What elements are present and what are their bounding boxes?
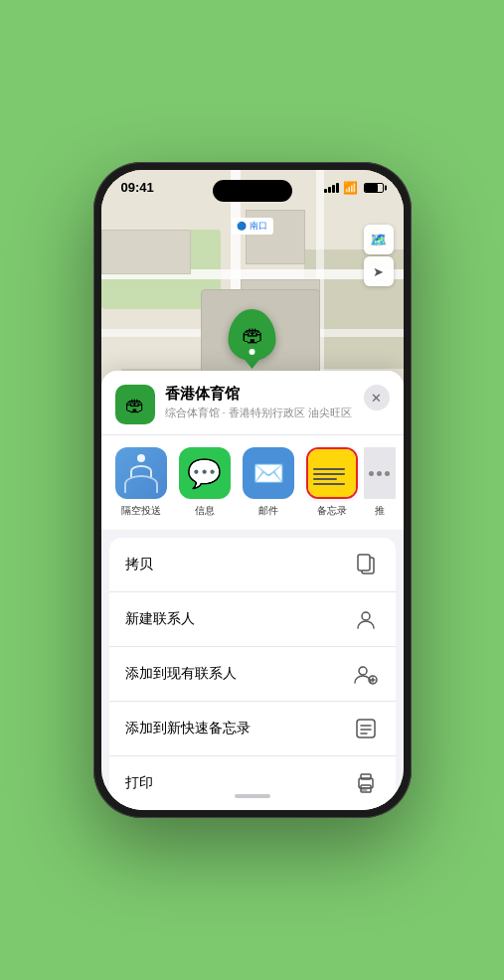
action-list: 拷贝 新建联系人 [109, 538, 396, 810]
notes-icon-box-selected [306, 447, 358, 499]
map-label: 🔵 南口 [231, 218, 272, 235]
mail-icon-box: ✉️ [243, 447, 294, 499]
share-more[interactable]: 推 [364, 447, 396, 518]
map-type-button[interactable]: 🗺️ [364, 225, 394, 254]
phone-frame: 09:41 📶 [93, 162, 412, 818]
notes-icon-inner [308, 449, 356, 497]
notes-line-4 [313, 483, 345, 485]
phone-screen: 09:41 📶 [101, 170, 404, 810]
bottom-sheet: 🏟 香港体育馆 综合体育馆 · 香港特别行政区 油尖旺区 ✕ [101, 371, 404, 810]
messages-icon: 💬 [187, 457, 222, 490]
venue-icon: 🏟 [115, 385, 155, 424]
notes-label: 备忘录 [317, 504, 347, 518]
messages-icon-box: 💬 [179, 447, 231, 499]
battery-icon [364, 183, 384, 193]
marker-dot [250, 349, 255, 355]
add-existing-label: 添加到现有联系人 [125, 665, 237, 683]
stadium-icon: 🏟 [242, 322, 263, 348]
svg-rect-1 [358, 555, 370, 571]
location-button[interactable]: ➤ [364, 256, 394, 286]
map-type-icon: 🗺️ [370, 232, 387, 247]
status-time: 09:41 [121, 180, 154, 195]
action-copy[interactable]: 拷贝 [109, 538, 396, 592]
action-add-notes[interactable]: 添加到新快速备忘录 [109, 702, 396, 756]
share-messages[interactable]: 💬 信息 [173, 447, 237, 518]
share-notes[interactable]: 备忘录 [300, 447, 364, 518]
share-icons-row: 隔空投送 💬 信息 ✉️ 邮件 [101, 434, 404, 530]
venue-info: 香港体育馆 综合体育馆 · 香港特别行政区 油尖旺区 [165, 385, 364, 420]
airdrop-icon-box [115, 447, 167, 499]
notes-line-1 [313, 468, 345, 470]
venue-header: 🏟 香港体育馆 综合体育馆 · 香港特别行政区 油尖旺区 ✕ [101, 371, 404, 434]
marker-pin: 🏟 [229, 309, 276, 361]
more-icon-box [364, 447, 396, 499]
wifi-icon: 📶 [343, 181, 358, 195]
close-button[interactable]: ✕ [364, 385, 390, 410]
add-notes-icon [352, 715, 380, 742]
svg-rect-12 [361, 774, 371, 779]
messages-label: 信息 [195, 504, 215, 518]
svg-rect-7 [357, 720, 375, 737]
add-notes-label: 添加到新快速备忘录 [125, 720, 251, 737]
copy-icon [352, 551, 380, 578]
location-arrow-icon: ➤ [373, 264, 384, 279]
add-existing-icon [352, 660, 380, 688]
share-mail[interactable]: ✉️ 邮件 [237, 447, 300, 518]
signal-icon [324, 183, 339, 193]
venue-subtitle: 综合体育馆 · 香港特别行政区 油尖旺区 [165, 406, 364, 420]
action-print[interactable]: 打印 [109, 756, 396, 810]
new-contact-icon [352, 605, 380, 633]
new-contact-label: 新建联系人 [125, 610, 195, 628]
airdrop-waves-icon [124, 454, 158, 493]
mail-label: 邮件 [258, 504, 278, 518]
svg-point-3 [359, 667, 367, 675]
notes-line-3 [313, 478, 337, 480]
status-icons: 📶 [324, 181, 384, 195]
share-airdrop[interactable]: 隔空投送 [109, 447, 173, 518]
print-label: 打印 [125, 774, 153, 792]
more-label: 推 [375, 504, 385, 518]
action-new-contact[interactable]: 新建联系人 [109, 592, 396, 647]
venue-stadium-icon: 🏟 [125, 394, 145, 416]
venue-title: 香港体育馆 [165, 385, 364, 404]
copy-label: 拷贝 [125, 556, 153, 573]
dynamic-island [213, 180, 292, 202]
action-add-existing[interactable]: 添加到现有联系人 [109, 647, 396, 702]
notes-line-2 [313, 473, 345, 475]
svg-point-2 [362, 612, 370, 620]
bottom-handle [235, 794, 270, 798]
print-icon [352, 769, 380, 797]
more-dots-icon [369, 471, 390, 476]
mail-icon: ✉️ [252, 458, 284, 489]
map-controls: 🗺️ ➤ [364, 225, 394, 286]
airdrop-label: 隔空投送 [121, 504, 161, 518]
